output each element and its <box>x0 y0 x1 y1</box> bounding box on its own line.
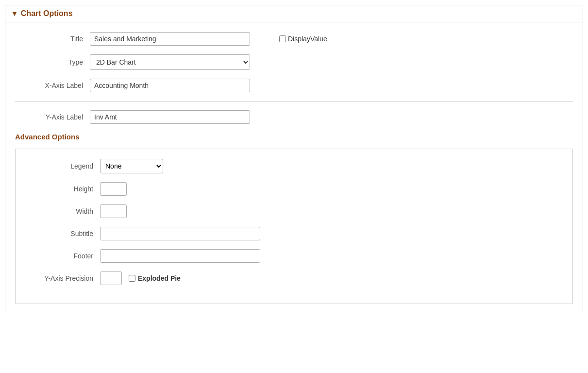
yaxis-precision-label: Y-Axis Precision <box>25 274 93 282</box>
advanced-options-title: Advanced Options <box>15 133 80 141</box>
yaxis-precision-input[interactable] <box>100 271 122 285</box>
exploded-pie-label-container[interactable]: Exploded Pie <box>129 274 181 282</box>
type-select[interactable]: 2D Bar Chart 3D Bar Chart Line Chart Pie… <box>90 54 250 70</box>
yaxis-row: Y-Axis Label <box>5 110 583 124</box>
section-title: Chart Options <box>21 9 73 18</box>
title-input[interactable] <box>90 32 250 46</box>
type-row: Type 2D Bar Chart 3D Bar Chart Line Char… <box>5 54 583 70</box>
width-row: Width <box>16 204 572 218</box>
page-container: ▼ Chart Options Title DisplayValue Type <box>0 5 588 373</box>
toggle-arrow-icon[interactable]: ▼ <box>11 10 18 17</box>
footer-input[interactable] <box>100 249 260 263</box>
yaxis-precision-row: Y-Axis Precision Exploded Pie <box>16 271 572 285</box>
width-label: Width <box>25 207 93 215</box>
section-header: ▼ Chart Options <box>5 5 583 22</box>
xaxis-row: X-Axis Label <box>5 79 583 92</box>
height-input[interactable] <box>100 182 127 196</box>
advanced-options-box: Legend None Top Bottom Left Right Height <box>15 149 573 304</box>
title-row: Title DisplayValue <box>5 32 583 46</box>
height-label: Height <box>25 185 93 193</box>
display-value-text: DisplayValue <box>288 35 327 43</box>
title-label: Title <box>15 35 83 43</box>
subtitle-input[interactable] <box>100 227 260 240</box>
exploded-pie-area: Exploded Pie <box>129 274 181 282</box>
height-row: Height <box>16 182 572 196</box>
display-value-label[interactable]: DisplayValue <box>279 35 327 43</box>
exploded-pie-checkbox[interactable] <box>129 275 135 282</box>
display-value-area: DisplayValue <box>279 35 327 43</box>
width-input[interactable] <box>100 204 127 218</box>
footer-row: Footer <box>16 249 572 263</box>
display-value-checkbox[interactable] <box>279 35 286 42</box>
yaxis-input[interactable] <box>90 110 250 124</box>
precision-with-exploded: Exploded Pie <box>100 271 181 285</box>
legend-select[interactable]: None Top Bottom Left Right <box>100 159 163 173</box>
subtitle-row: Subtitle <box>16 227 572 240</box>
footer-label: Footer <box>25 252 93 260</box>
yaxis-label: Y-Axis Label <box>15 113 83 121</box>
section-body: Title DisplayValue Type 2D Bar Chart 3D … <box>5 22 583 314</box>
xaxis-input[interactable] <box>90 79 250 92</box>
advanced-options-header: Advanced Options <box>5 133 583 141</box>
legend-label: Legend <box>25 162 93 170</box>
legend-row: Legend None Top Bottom Left Right <box>16 159 572 173</box>
divider <box>15 101 573 102</box>
exploded-pie-text: Exploded Pie <box>138 274 181 282</box>
chart-options-section: ▼ Chart Options Title DisplayValue Type <box>5 5 583 314</box>
xaxis-label: X-Axis Label <box>15 82 83 89</box>
subtitle-label: Subtitle <box>25 230 93 237</box>
type-label: Type <box>15 58 83 66</box>
